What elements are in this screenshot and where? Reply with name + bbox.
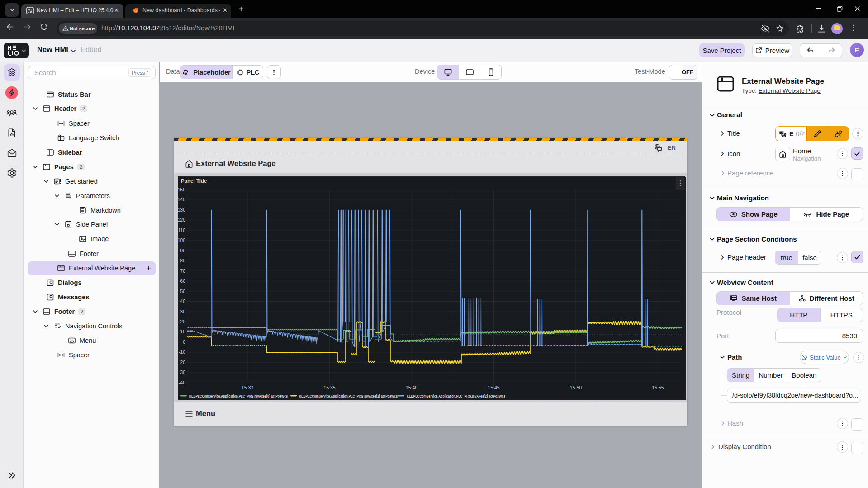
svg-text:120: 120 [178, 217, 185, 223]
svg-text:140: 140 [178, 197, 185, 202]
svg-text:15:55: 15:55 [652, 385, 664, 390]
svg-text:150: 150 [178, 187, 185, 192]
svg-text:KEBPLCComService.Application.P: KEBPLCComService.Application.PLC_PRG.myA… [189, 394, 288, 398]
svg-text:-30: -30 [179, 370, 185, 375]
svg-text:-20: -20 [179, 360, 185, 365]
svg-text:15:30: 15:30 [242, 385, 253, 390]
svg-text:0: 0 [183, 339, 185, 345]
svg-text:130: 130 [178, 207, 185, 213]
svg-text:70: 70 [180, 268, 185, 274]
svg-text:20: 20 [180, 319, 185, 324]
svg-text:KEBPLCComService.Application.P: KEBPLCComService.Application.PLC_PRG.myA… [299, 394, 398, 398]
svg-text:-40: -40 [179, 380, 185, 385]
svg-text:-10: -10 [179, 349, 185, 355]
svg-text:15:45: 15:45 [488, 385, 499, 390]
svg-text:100: 100 [178, 237, 185, 243]
svg-text:15:35: 15:35 [323, 385, 335, 390]
svg-text:30: 30 [180, 309, 185, 314]
svg-text:90: 90 [180, 248, 185, 253]
svg-text:Panel Title: Panel Title [181, 178, 207, 184]
svg-text:50: 50 [180, 289, 185, 294]
svg-text:80: 80 [180, 258, 185, 263]
svg-text:60: 60 [180, 278, 185, 284]
svg-text:KEBPLCComService.Application.P: KEBPLCComService.Application.PLC_PRG.myA… [407, 394, 505, 398]
svg-text:15:40: 15:40 [406, 385, 417, 390]
svg-text:15:50: 15:50 [570, 385, 582, 390]
svg-text:40: 40 [180, 298, 185, 304]
svg-text:110: 110 [178, 227, 185, 233]
svg-text:10: 10 [180, 329, 185, 334]
